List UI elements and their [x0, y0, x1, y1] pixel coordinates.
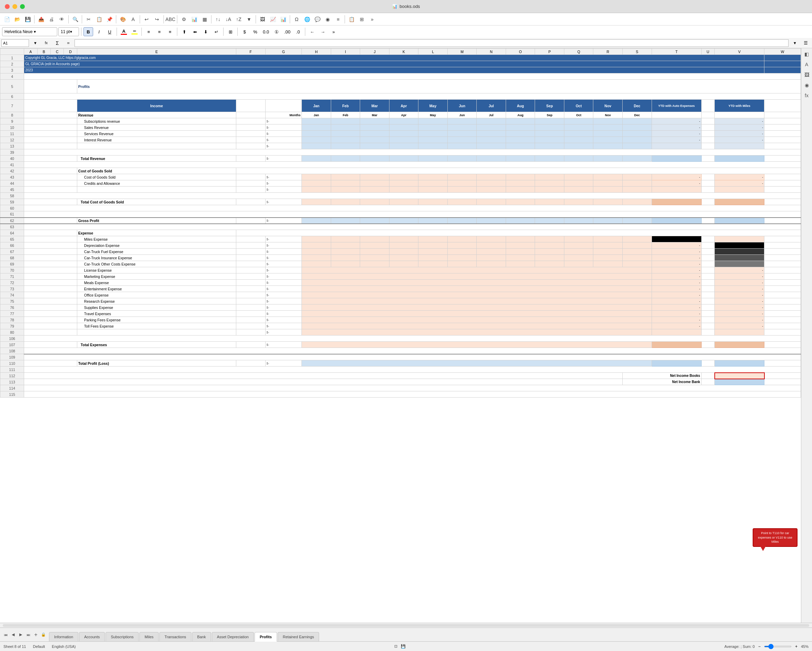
cell-44-jul[interactable] [477, 180, 506, 186]
add-sheet-button[interactable]: + [32, 631, 39, 638]
cell-43-t[interactable]: - [652, 174, 701, 180]
cell-12-oct[interactable] [564, 137, 593, 143]
cell-40-t[interactable] [652, 156, 701, 162]
cell-11-apr[interactable] [389, 131, 418, 137]
align-center-button[interactable]: ≡ [154, 27, 164, 36]
col-header-t[interactable]: T [652, 49, 701, 55]
cell-13-mar[interactable] [360, 143, 389, 149]
cell-107-v[interactable] [715, 342, 765, 348]
cell-43-feb[interactable] [331, 174, 360, 180]
cell-65-jun[interactable] [447, 236, 477, 242]
navigator-sidebar-button[interactable]: ◉ [802, 81, 811, 90]
col-header-s[interactable]: S [623, 49, 652, 55]
tab-retained-earnings[interactable]: Retained Earnings [278, 632, 319, 642]
increase-decimal-button[interactable]: .00 [282, 27, 292, 36]
font-color-button[interactable]: A [119, 27, 129, 36]
next-sheet-button[interactable]: ▶ [17, 631, 24, 638]
cell-9-jul[interactable] [477, 118, 506, 125]
cell-research-label[interactable]: Research Expense [77, 298, 236, 305]
col-header-u[interactable]: U [701, 49, 714, 55]
maximize-button[interactable] [20, 4, 25, 9]
cell-69-jan[interactable] [302, 261, 331, 267]
sum-button[interactable]: Σ [52, 39, 62, 47]
cell-11-may[interactable] [418, 131, 448, 137]
cell-entertainment-label[interactable]: Entertainment Expense [77, 286, 236, 292]
align-left-button[interactable]: ≡ [144, 27, 154, 36]
cell-9-mar[interactable] [360, 118, 389, 125]
cell-66-dec[interactable] [623, 242, 652, 249]
cell-45-t[interactable] [652, 186, 701, 193]
insert-image-button[interactable]: 🖼 [258, 15, 267, 24]
find-button[interactable]: 🔍 [70, 15, 80, 24]
cell-45-jun[interactable] [447, 186, 477, 193]
cell-65-apr[interactable] [389, 236, 418, 242]
horizontal-scrollbar[interactable] [0, 623, 812, 628]
cell-10-apr[interactable] [389, 125, 418, 131]
cell-77-dollar[interactable]: $- [265, 311, 302, 317]
more-fmt-button[interactable]: » [329, 27, 338, 36]
cell-76-t[interactable]: - [652, 305, 701, 311]
cell-110-months[interactable] [302, 360, 652, 366]
cell-supplies-label[interactable]: Supplies Expense [77, 305, 236, 311]
cell-59-apr[interactable] [389, 199, 418, 205]
cell-13-jan[interactable] [302, 143, 331, 149]
cell-40-sep[interactable] [535, 156, 564, 162]
cell-73-t[interactable]: - [652, 286, 701, 292]
cell-miles-expense-label[interactable]: Miles Expense [77, 236, 236, 242]
cell-11-jul[interactable] [477, 131, 506, 137]
cell-68-dec[interactable] [623, 255, 652, 261]
cell-sales-label[interactable]: Sales Revenue [77, 125, 236, 131]
cell-10-v[interactable]: - [715, 125, 765, 131]
cell-65-aug[interactable] [506, 236, 535, 242]
cell-66-dollar[interactable]: $- [265, 242, 302, 249]
cell-69-nov[interactable] [593, 261, 623, 267]
page-setup-button[interactable]: 📋 [346, 15, 356, 24]
cell-45-jul[interactable] [477, 186, 506, 193]
col-header-p[interactable]: P [535, 49, 564, 55]
cell-10-dollar[interactable]: $- [265, 125, 302, 131]
redo-button[interactable]: ↪ [152, 15, 162, 24]
valign-top-button[interactable]: ⬆ [179, 27, 189, 36]
cell-67-aug[interactable] [506, 249, 535, 255]
cell-interest-label[interactable]: Interest Revenue [77, 137, 236, 143]
cell-72-t[interactable]: - [652, 280, 701, 286]
cell-62-may[interactable] [418, 218, 448, 224]
cell-68-v[interactable] [715, 255, 765, 261]
percent-button[interactable]: % [250, 27, 260, 36]
cell-40-nov[interactable] [593, 156, 623, 162]
cell-76-dollar[interactable]: $- [265, 305, 302, 311]
cell-62-nov[interactable] [593, 218, 623, 224]
cell-66-feb[interactable] [331, 242, 360, 249]
styles-button[interactable]: ≡ [333, 15, 343, 24]
cell-9-dec[interactable] [623, 118, 652, 125]
cell-67-sep[interactable] [535, 249, 564, 255]
cell-43-sep[interactable] [535, 174, 564, 180]
cell-74-v[interactable]: - [715, 292, 765, 298]
cell-44-sep[interactable] [535, 180, 564, 186]
cell-9-dollar[interactable]: $- [265, 118, 302, 125]
cell-74-t[interactable]: - [652, 292, 701, 298]
tab-profits[interactable]: Profits [255, 632, 277, 642]
cell-profits-title[interactable]: Profits [77, 80, 801, 93]
cell-travel-label[interactable]: Travel Expenses [77, 311, 236, 317]
insert-chart2-button[interactable]: 📊 [278, 15, 288, 24]
cell-66-jun[interactable] [447, 242, 477, 249]
cell-44-feb[interactable] [331, 180, 360, 186]
cell-70-months[interactable] [302, 267, 652, 273]
cell-68-mar[interactable] [360, 255, 389, 261]
cell-10-t[interactable]: - [652, 125, 701, 131]
cell-78-v[interactable]: - [715, 317, 765, 323]
cell-11-aug[interactable] [506, 131, 535, 137]
cell-parking-label[interactable]: Parking Fees Expense [77, 317, 236, 323]
cell-40-apr[interactable] [389, 156, 418, 162]
formula-equals-button[interactable]: = [64, 39, 73, 47]
cell-45-dec[interactable] [623, 186, 652, 193]
cell-65-sep[interactable] [535, 236, 564, 242]
cell-78-t[interactable]: - [652, 317, 701, 323]
chart-button[interactable]: 📊 [189, 15, 199, 24]
cell-11-oct[interactable] [564, 131, 593, 137]
cell-68-t[interactable]: - [652, 255, 701, 261]
cell-40-oct[interactable] [564, 156, 593, 162]
cell-77-months[interactable] [302, 311, 652, 317]
cell-40-dec[interactable] [623, 156, 652, 162]
